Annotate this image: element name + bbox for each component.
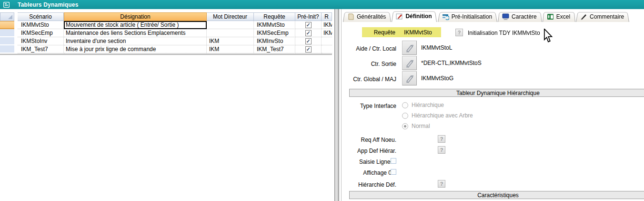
cell-r[interactable]: IKM <box>322 21 332 29</box>
checkmark-icon: ✓ <box>306 22 310 28</box>
checkmark-icon: ✓ <box>306 31 310 36</box>
column-header-mot-directeur[interactable]: Mot Directeur <box>207 12 254 21</box>
pencil-icon <box>580 13 587 20</box>
cell-r[interactable]: IKM <box>322 29 332 37</box>
cell-designation[interactable]: Maintenance des liens Sections Emplaceme… <box>64 29 207 37</box>
aide-ctr-local-edit-button[interactable] <box>402 41 417 55</box>
column-header-requete[interactable]: Requête <box>254 12 295 21</box>
cell-scenario[interactable]: IKMStoInv <box>18 37 64 45</box>
cell-mot-directeur[interactable]: IKM <box>207 45 254 53</box>
tab-pre-initialisation[interactable]: Pré-Initialisation <box>438 11 497 22</box>
cell-mot-directeur[interactable] <box>207 29 254 37</box>
table-row[interactable]: IKMStoInv Inventaire d'une section IKM I… <box>0 37 332 45</box>
initialisation-help-button[interactable]: ? <box>455 29 463 36</box>
affichage-0-checkbox[interactable] <box>391 169 396 175</box>
saisie-lignes-checkbox[interactable] <box>391 158 396 164</box>
table-header-row: Scénario Désignation Mot Directeur Requê… <box>0 12 332 21</box>
window-titlebar: Tableurs Dynamiques <box>0 0 644 9</box>
initialisation-text: Initialisation TDY IKMMvtSto <box>468 30 540 36</box>
select-all-corner[interactable] <box>0 12 14 21</box>
row-selector[interactable] <box>0 37 14 45</box>
table-row[interactable]: IKMSecEmp Maintenance des liens Sections… <box>0 29 332 37</box>
panel-splitter[interactable] <box>334 9 340 201</box>
tab-generalites[interactable]: Généralités <box>343 11 391 22</box>
hierarchie-def-help-button[interactable]: ? <box>438 180 445 188</box>
hand-pen-icon <box>405 43 414 53</box>
tab-definition[interactable]: Définition <box>392 11 437 22</box>
cell-designation[interactable]: Mise à jour prix ligne de commande <box>64 45 207 53</box>
cell-requete[interactable]: IKMSecEmp <box>254 29 295 37</box>
affichage-0-label: Affichage 0 ? <box>340 169 396 176</box>
req-aff-noeu-help-button[interactable]: ? <box>438 135 445 143</box>
column-header-r[interactable]: R <box>322 12 332 21</box>
cell-scenario[interactable]: IKM_Test7 <box>18 45 64 53</box>
table-bottom-edge <box>0 53 332 55</box>
edit-pencil-icon <box>396 13 403 20</box>
window-title: Tableurs Dynamiques <box>18 1 79 8</box>
row-selector[interactable] <box>0 21 14 29</box>
table-row[interactable]: IKMMvtSto Mouvement de stock article ( E… <box>0 21 332 29</box>
app-def-hierar-help-button[interactable]: ? <box>438 146 445 154</box>
aide-ctr-local-value[interactable]: IKMMvtStoL <box>421 44 452 51</box>
table-row[interactable]: IKM_Test7 Mise à jour prix ligne de comm… <box>0 45 332 53</box>
question-icon: ? <box>458 30 461 35</box>
excel-icon <box>547 13 554 20</box>
cell-requete[interactable]: IKMInvSto <box>254 37 295 45</box>
pre-init-checkbox[interactable]: ✓ <box>305 38 312 44</box>
ctr-sortie-label: Ctr. Sortie <box>340 61 396 67</box>
ctr-global-maj-value[interactable]: IKMMvtStoG <box>421 75 453 82</box>
radio-hierarchique-avec-arbre[interactable]: Hiérarchique avec Arbre <box>402 112 473 119</box>
cell-requete[interactable]: IKMMvtSto <box>254 21 295 29</box>
radio-normal[interactable]: Normal <box>402 123 430 129</box>
monitor-icon <box>502 13 509 20</box>
column-header-scenario[interactable]: Scénario <box>18 12 64 21</box>
pre-init-checkbox[interactable]: ✓ <box>305 30 312 36</box>
row-selector[interactable] <box>0 29 14 37</box>
requete-label: Requête <box>362 29 395 36</box>
hierarchie-def-label: Hiérarchie Déf. <box>340 181 396 188</box>
radio-selected-icon <box>402 123 408 129</box>
section-header-caracteristiques: Caractéristiques <box>349 191 644 199</box>
cell-mot-directeur[interactable] <box>207 21 254 29</box>
ctr-sortie-edit-button[interactable] <box>402 56 417 70</box>
question-icon: ? <box>440 181 443 187</box>
ctr-global-maj-edit-button[interactable] <box>402 71 417 85</box>
column-header-designation[interactable]: Désignation <box>64 12 207 21</box>
pre-init-checkbox[interactable]: ✓ <box>305 22 312 28</box>
scenario-table: Scénario Désignation Mot Directeur Requê… <box>0 12 332 55</box>
requete-value: IKMMvtSto <box>404 29 432 36</box>
window-app-icon <box>3 2 10 8</box>
tab-excel[interactable]: Excel <box>543 11 575 22</box>
aide-ctr-local-label: Aide / Ctr. Local <box>340 45 396 52</box>
question-icon: ? <box>440 147 443 153</box>
radio-hierarchique[interactable]: Hiérarchique <box>402 102 444 108</box>
row-selector[interactable] <box>0 45 14 53</box>
pre-init-checkbox[interactable]: ✓ <box>305 46 312 53</box>
tab-caractere[interactable]: Caractère <box>498 11 542 22</box>
question-icon: ? <box>440 136 443 142</box>
type-interface-label: Type Interface <box>340 103 396 109</box>
cell-designation-selected[interactable]: Mouvement de stock article ( Entrée/ Sor… <box>64 21 207 29</box>
saisie-lignes-label: Saisie Lignes? <box>340 159 396 165</box>
notes-icon <box>347 13 354 20</box>
ctr-sortie-value[interactable]: *DER-CTL,IKMMvtStoS <box>421 60 482 66</box>
radio-icon <box>402 113 408 119</box>
req-aff-noeu-label: Req Aff Noeu. <box>340 137 396 143</box>
hand-pen-icon <box>405 74 414 83</box>
checkmark-icon: ✓ <box>306 39 310 44</box>
mouse-cursor <box>543 29 553 43</box>
cell-requete[interactable]: IKM_Test7 <box>254 45 295 53</box>
column-header-pre-init[interactable]: Pré-Init? <box>295 12 322 21</box>
cell-scenario[interactable]: IKMSecEmp <box>18 29 64 37</box>
cell-scenario[interactable]: IKMMvtSto <box>18 21 64 29</box>
cell-designation[interactable]: Inventaire d'une section <box>64 37 207 45</box>
cell-r[interactable] <box>322 37 332 45</box>
ctr-global-maj-label: Ctr. Global / MAJ <box>340 76 396 83</box>
requete-field[interactable]: Requête IKMMvtSto <box>362 27 441 37</box>
tab-strip: Généralités Définition Pré-Initialisatio… <box>343 11 630 22</box>
tab-commentaire[interactable]: Commentaire <box>576 11 629 22</box>
definition-panel: Généralités Définition Pré-Initialisatio… <box>340 9 644 201</box>
refresh-rows-icon <box>442 13 449 20</box>
cell-r[interactable] <box>322 45 332 53</box>
cell-mot-directeur[interactable]: IKM <box>207 37 254 45</box>
